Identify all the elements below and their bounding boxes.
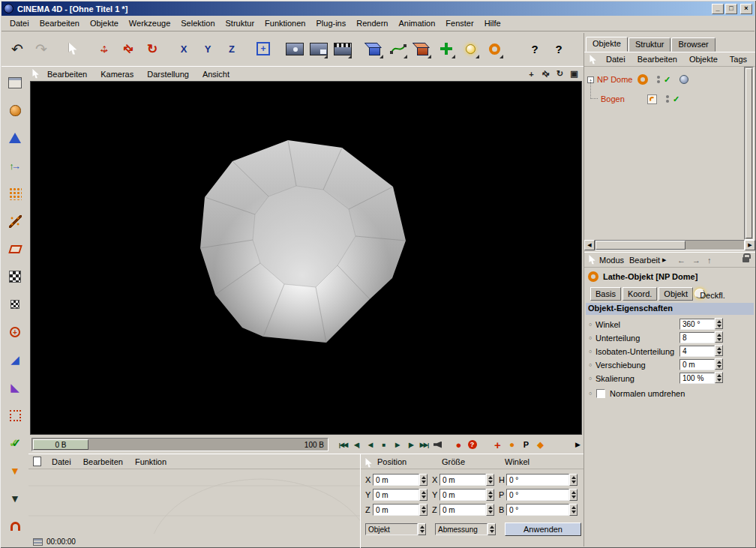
mode-dropdown[interactable]: Bearbeit▶: [627, 255, 670, 265]
coordinate-system-button[interactable]: +: [252, 36, 274, 61]
drop-dark-button[interactable]: ▼: [5, 489, 25, 508]
rot-b-spinner[interactable]: [569, 504, 578, 516]
live-selection-button[interactable]: [62, 36, 84, 61]
toggle-views-icon[interactable]: ▣: [568, 68, 580, 79]
history-back-icon[interactable]: ←: [677, 256, 686, 265]
om-menu-datei[interactable]: Datei: [600, 53, 632, 65]
add-spline-button[interactable]: [387, 36, 410, 61]
enable-check-button[interactable]: ✓✓: [5, 433, 25, 453]
enabled-check-icon[interactable]: ✓: [664, 75, 670, 85]
undo-button[interactable]: ↶: [6, 36, 28, 61]
menu-fenster[interactable]: Fenster: [440, 16, 478, 30]
lock-y-axis-button[interactable]: Y: [196, 36, 219, 61]
scroll-track[interactable]: [595, 240, 745, 250]
timeline-slider[interactable]: 0 B 100 B: [32, 438, 328, 451]
pos-y-field[interactable]: 0 m: [373, 489, 419, 501]
record-parameter-button[interactable]: P: [520, 439, 532, 451]
menu-datei[interactable]: Datei: [4, 16, 34, 30]
layout-button[interactable]: [5, 73, 25, 92]
isobaten-spinner[interactable]: [715, 345, 723, 356]
viewport-menu-bearbeiten[interactable]: Bearbeiten: [41, 68, 93, 80]
skalierung-spinner[interactable]: [715, 372, 723, 383]
next-frame-button[interactable]: |▶: [404, 439, 417, 451]
mode-dropdown-cycle[interactable]: [418, 523, 426, 535]
pos-z-spinner[interactable]: [419, 504, 428, 516]
ik-mode-button[interactable]: ◣: [5, 378, 25, 397]
pos-z-field[interactable]: 0 m: [373, 504, 419, 516]
selection-frame-button[interactable]: [5, 406, 25, 425]
add-deformer-button[interactable]: [483, 36, 506, 61]
rotate-tool-button[interactable]: ↻: [141, 36, 164, 61]
fcurve-area[interactable]: [28, 469, 360, 534]
axis-mode-button[interactable]: ↑→: [5, 156, 25, 175]
unterteilung-spinner[interactable]: [715, 331, 723, 343]
add-nurbs-button[interactable]: [411, 36, 434, 61]
normalen-checkbox[interactable]: [596, 389, 605, 398]
lock-z-axis-button[interactable]: Z: [220, 36, 243, 61]
record-keyframe-button[interactable]: ●: [506, 439, 518, 451]
unterteilung-field[interactable]: 8: [680, 332, 715, 343]
size-x-spinner[interactable]: [486, 474, 494, 486]
verschiebung-spinner[interactable]: [715, 358, 723, 370]
rot-p-spinner[interactable]: [569, 489, 578, 501]
model-mode-button[interactable]: [5, 100, 25, 120]
size-x-field[interactable]: 0 m: [440, 474, 486, 486]
timeline-thumb[interactable]: 0 B: [33, 439, 88, 450]
scale-tool-button[interactable]: ⇄: [117, 36, 140, 61]
scroll-left-button[interactable]: ◀: [584, 240, 595, 250]
record-button[interactable]: ●: [452, 439, 465, 451]
record-position-button[interactable]: +: [491, 439, 504, 451]
anim-dot-icon[interactable]: ○: [589, 362, 596, 367]
object-np-dome[interactable]: NP Dome: [597, 75, 634, 84]
sound-button[interactable]: [431, 439, 444, 451]
help-browser-button[interactable]: ?: [548, 36, 570, 61]
winkel-spinner[interactable]: [715, 318, 723, 329]
drop-orange-button[interactable]: ▼: [5, 461, 25, 481]
pan-view-icon[interactable]: +: [525, 68, 538, 79]
tree-vertical-scrollbar[interactable]: [744, 67, 754, 240]
menu-objekte[interactable]: Objekte: [85, 16, 124, 30]
render-settings-button[interactable]: [332, 36, 354, 61]
anim-dot-icon[interactable]: ○: [589, 376, 596, 381]
anim-dot-icon[interactable]: ○: [589, 322, 596, 327]
size-mode-dropdown[interactable]: Abmessung: [435, 523, 488, 535]
move-tool-button[interactable]: ↔↕: [93, 36, 116, 61]
tab-objekte[interactable]: Objekte: [586, 37, 628, 52]
redo-button[interactable]: ↷: [30, 36, 52, 61]
menu-werkzeuge[interactable]: Werkzeuge: [124, 16, 176, 30]
add-modeling-object-button[interactable]: [435, 36, 458, 61]
texture-axis-mode-button[interactable]: [5, 295, 25, 314]
history-up-icon[interactable]: ↑: [707, 256, 712, 265]
menu-plugins[interactable]: Plug-ins: [310, 16, 351, 30]
menu-struktur[interactable]: Struktur: [220, 16, 260, 30]
mode-dropdown[interactable]: Objekt: [365, 523, 418, 535]
previous-frame-button[interactable]: ◀|: [350, 439, 363, 451]
lock-x-axis-button[interactable]: X: [172, 36, 195, 61]
viewport-3d[interactable]: [30, 81, 582, 435]
rotate-view-icon[interactable]: ↻: [554, 68, 566, 79]
anim-menu-bearbeiten[interactable]: Bearbeiten: [77, 456, 129, 468]
isobaten-field[interactable]: 4: [680, 346, 715, 357]
object-mode-button[interactable]: [5, 128, 25, 148]
texture-mode-button[interactable]: [5, 267, 25, 286]
size-y-spinner[interactable]: [486, 489, 494, 501]
viewport-menu-kameras[interactable]: Kameras: [94, 68, 140, 80]
size-y-field[interactable]: 0 m: [440, 489, 486, 501]
menu-bearbeiten[interactable]: Bearbeiten: [34, 16, 85, 30]
size-z-field[interactable]: 0 m: [440, 504, 486, 516]
size-dropdown-cycle[interactable]: [488, 523, 496, 535]
context-help-button[interactable]: ?: [524, 36, 546, 61]
rot-h-field[interactable]: 0 °: [506, 474, 569, 486]
render-picture-viewer-button[interactable]: [308, 36, 330, 61]
tab-basis[interactable]: Basis: [590, 287, 621, 301]
menu-animation[interactable]: Animation: [393, 16, 440, 30]
lock-icon[interactable]: [742, 257, 749, 262]
menu-hilfe[interactable]: Hilfe: [479, 16, 506, 30]
anim-dot-icon[interactable]: ○: [589, 349, 596, 354]
timebar-expand-icon[interactable]: ▶: [575, 441, 580, 448]
render-view-button[interactable]: [284, 36, 306, 61]
animation-mode-button[interactable]: ◢: [5, 350, 25, 370]
minimize-button[interactable]: _: [712, 4, 724, 14]
pos-x-field[interactable]: 0 m: [373, 474, 419, 486]
menu-rendern[interactable]: Rendern: [351, 16, 393, 30]
